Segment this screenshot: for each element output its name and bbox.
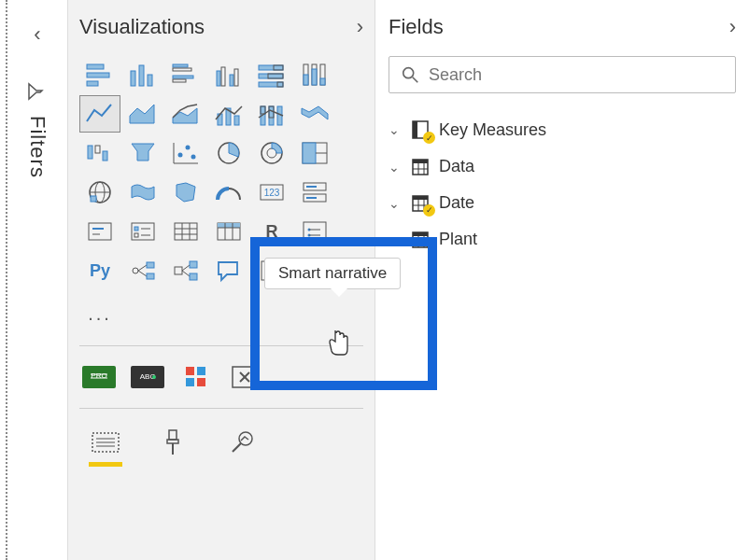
waterfall-chart-icon[interactable]: [79, 134, 120, 172]
python-visual-icon[interactable]: Py: [79, 252, 120, 289]
matrix-icon[interactable]: [208, 213, 249, 250]
filters-pane-label[interactable]: Filters: [25, 116, 49, 178]
svg-rect-1: [87, 73, 109, 77]
svg-rect-89: [190, 261, 197, 268]
svg-rect-5: [148, 75, 152, 86]
decomposition-tree-icon[interactable]: [165, 252, 206, 289]
table-icon[interactable]: [165, 213, 206, 250]
visualization-type-grid: 123 R Py: [79, 56, 363, 289]
qa-visual-icon[interactable]: [208, 252, 249, 289]
power-apps-visual-icon[interactable]: ABC: [128, 363, 167, 391]
r-script-icon[interactable]: [294, 213, 335, 250]
svg-rect-13: [234, 69, 238, 86]
table-icon: [409, 231, 431, 249]
svg-rect-76: [304, 222, 326, 241]
svg-rect-34: [88, 146, 92, 159]
search-input[interactable]: [429, 65, 724, 85]
chevron-right-icon[interactable]: ›: [357, 15, 363, 39]
100-stacked-bar-chart-icon[interactable]: [251, 56, 292, 93]
svg-rect-63: [134, 233, 138, 237]
chevron-left-icon[interactable]: ‹: [34, 22, 40, 47]
gauge-icon[interactable]: [208, 174, 249, 211]
filter-icon[interactable]: [26, 82, 49, 101]
svg-rect-6: [173, 64, 188, 67]
analytics-tab-icon[interactable]: [219, 424, 261, 461]
fields-tab-icon[interactable]: [85, 424, 126, 461]
svg-rect-117: [169, 430, 177, 440]
pie-chart-icon[interactable]: [208, 134, 249, 172]
svg-rect-21: [304, 75, 308, 85]
svg-rect-16: [259, 74, 283, 78]
svg-rect-4: [139, 65, 144, 86]
kpi-icon[interactable]: [79, 213, 120, 250]
field-table-date[interactable]: ⌄ ✓ Date: [389, 189, 736, 217]
svg-rect-118: [167, 440, 178, 443]
get-more-visuals-icon[interactable]: [177, 363, 216, 391]
svg-rect-51: [91, 196, 96, 202]
field-label: Key Measures: [439, 120, 546, 140]
svg-point-105: [152, 375, 156, 379]
clustered-bar-chart-icon[interactable]: [165, 56, 206, 93]
donut-chart-icon[interactable]: [251, 134, 292, 172]
chevron-right-icon[interactable]: ›: [729, 15, 736, 39]
svg-rect-8: [173, 76, 193, 78]
area-chart-icon[interactable]: [122, 95, 163, 133]
format-tab-icon[interactable]: [152, 424, 193, 461]
line-clustered-column-icon[interactable]: [208, 95, 249, 133]
tooltip: Smart narrative: [264, 258, 401, 289]
field-table-plant[interactable]: ⌄ Plant: [389, 226, 736, 253]
treemap-chart-icon[interactable]: [294, 134, 335, 172]
multi-row-card-icon[interactable]: [294, 174, 335, 211]
filled-map-icon[interactable]: [122, 174, 163, 211]
remove-visual-icon[interactable]: [225, 363, 264, 391]
svg-line-82: [138, 265, 147, 271]
stacked-column-chart-icon[interactable]: [122, 56, 163, 93]
key-influencers-icon[interactable]: [122, 252, 163, 289]
more-visuals-button[interactable]: ...: [79, 295, 120, 332]
search-icon: [401, 64, 419, 85]
svg-rect-66: [175, 223, 197, 240]
chevron-down-icon: ⌄: [389, 232, 402, 247]
field-table-key-measures[interactable]: ⌄ ✓ Key Measures: [389, 116, 736, 144]
stacked-area-chart-icon[interactable]: [165, 95, 206, 133]
r-visual-icon[interactable]: R: [251, 213, 292, 250]
svg-rect-11: [221, 67, 225, 86]
visualization-tabs: [79, 424, 363, 461]
field-label: Plant: [439, 230, 477, 249]
filters-pane-collapsed: ‹ Filters: [7, 0, 67, 560]
svg-rect-137: [413, 232, 428, 236]
hand-cursor-icon: [327, 329, 351, 362]
svg-rect-10: [217, 71, 220, 86]
shape-map-icon[interactable]: [165, 174, 206, 211]
card-icon[interactable]: 123: [251, 174, 292, 211]
search-box[interactable]: [389, 56, 736, 93]
svg-line-87: [182, 265, 190, 271]
arcgis-visual-icon[interactable]: PRO: [79, 363, 119, 391]
ribbon-chart-icon[interactable]: [294, 95, 335, 133]
check-badge-icon: ✓: [423, 132, 435, 144]
chevron-down-icon: ⌄: [389, 122, 402, 137]
scatter-chart-icon[interactable]: [165, 134, 206, 172]
fields-list: ⌄ ✓ Key Measures ⌄ Data ⌄ ✓ Date ⌄: [389, 116, 736, 253]
svg-rect-125: [413, 121, 417, 138]
line-chart-icon[interactable]: [79, 95, 120, 133]
clustered-column-chart-icon[interactable]: [208, 56, 249, 93]
stacked-bar-chart-icon[interactable]: [79, 56, 120, 93]
svg-rect-127: [413, 160, 428, 163]
funnel-chart-icon[interactable]: [122, 134, 163, 172]
100-stacked-column-chart-icon[interactable]: [294, 56, 335, 93]
svg-rect-0: [87, 64, 104, 69]
svg-line-123: [413, 77, 417, 82]
map-icon[interactable]: [79, 174, 120, 211]
field-table-data[interactable]: ⌄ Data: [389, 153, 736, 180]
svg-text:123: 123: [264, 188, 280, 198]
canvas-edge-separator: [0, 0, 7, 560]
svg-rect-14: [259, 65, 283, 70]
field-label: Data: [439, 157, 474, 176]
svg-line-121: [233, 443, 241, 452]
line-stacked-column-icon[interactable]: [251, 95, 292, 133]
svg-rect-132: [413, 196, 428, 200]
table-icon: ✓: [409, 194, 431, 213]
slicer-icon[interactable]: [122, 213, 163, 250]
visualizations-title: Visualizations: [79, 15, 205, 39]
